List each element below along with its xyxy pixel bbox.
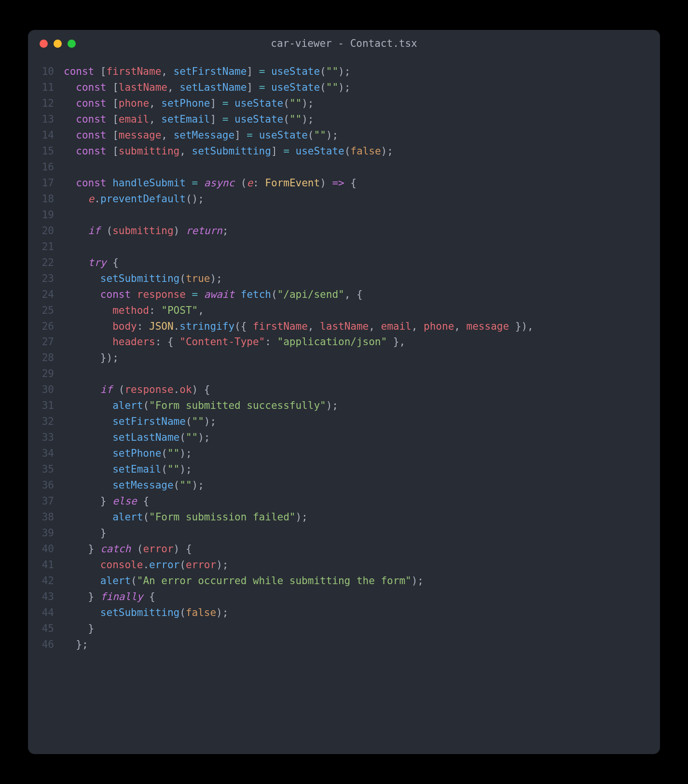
- code-content[interactable]: if (response.ok) {: [64, 382, 660, 398]
- code-content[interactable]: }: [64, 621, 660, 637]
- line-number: 15: [28, 143, 64, 159]
- line-number: 37: [28, 493, 64, 509]
- code-line[interactable]: 29: [28, 366, 660, 382]
- code-line[interactable]: 34 setPhone("");: [28, 446, 660, 462]
- code-line[interactable]: 24 const response = await fetch("/api/se…: [28, 287, 660, 303]
- code-content[interactable]: const [phone, setPhone] = useState("");: [64, 96, 660, 112]
- code-content[interactable]: setMessage("");: [64, 477, 660, 493]
- code-content[interactable]: [64, 366, 660, 382]
- line-number: 35: [28, 462, 64, 477]
- code-content[interactable]: alert("Form submitted successfully");: [64, 398, 660, 414]
- zoom-icon[interactable]: [68, 40, 76, 48]
- line-number: 39: [28, 525, 64, 541]
- close-icon[interactable]: [40, 40, 48, 48]
- code-line[interactable]: 16: [28, 159, 660, 175]
- line-number: 12: [28, 96, 64, 112]
- code-line[interactable]: 22 try {: [28, 255, 660, 271]
- code-content[interactable]: }: [64, 525, 660, 541]
- code-line[interactable]: 44 setSubmitting(false);: [28, 605, 660, 621]
- code-content[interactable]: try {: [64, 255, 660, 271]
- code-line[interactable]: 12 const [phone, setPhone] = useState(""…: [28, 96, 660, 112]
- line-number: 13: [28, 112, 64, 127]
- code-line[interactable]: 32 setFirstName("");: [28, 414, 660, 430]
- code-content[interactable]: const [submitting, setSubmitting] = useS…: [64, 143, 660, 159]
- line-number: 45: [28, 621, 64, 637]
- line-number: 26: [28, 319, 64, 335]
- minimize-icon[interactable]: [54, 40, 62, 48]
- editor-window: car-viewer - Contact.tsx 10const [firstN…: [28, 30, 660, 754]
- code-content[interactable]: const [firstName, setFirstName] = useSta…: [64, 64, 660, 80]
- code-content[interactable]: };: [64, 637, 660, 653]
- code-content[interactable]: console.error(error);: [64, 557, 660, 573]
- code-line[interactable]: 31 alert("Form submitted successfully");: [28, 398, 660, 414]
- code-line[interactable]: 17 const handleSubmit = async (e: FormEv…: [28, 175, 660, 191]
- code-content[interactable]: [64, 239, 660, 255]
- code-editor[interactable]: 10const [firstName, setFirstName] = useS…: [28, 57, 660, 754]
- code-content[interactable]: const response = await fetch("/api/send"…: [64, 287, 660, 303]
- code-line[interactable]: 21: [28, 239, 660, 255]
- code-line[interactable]: 19: [28, 207, 660, 223]
- code-line[interactable]: 43 } finally {: [28, 589, 660, 605]
- code-line[interactable]: 15 const [submitting, setSubmitting] = u…: [28, 143, 660, 159]
- code-content[interactable]: e.preventDefault();: [64, 191, 660, 207]
- code-line[interactable]: 20 if (submitting) return;: [28, 223, 660, 239]
- line-number: 27: [28, 334, 64, 350]
- code-content[interactable]: body: JSON.stringify({ firstName, lastNa…: [64, 319, 660, 335]
- code-content[interactable]: alert("Form submission failed");: [64, 509, 660, 525]
- code-line[interactable]: 26 body: JSON.stringify({ firstName, las…: [28, 319, 660, 335]
- line-number: 30: [28, 382, 64, 398]
- code-line[interactable]: 11 const [lastName, setLastName] = useSt…: [28, 80, 660, 96]
- code-content[interactable]: setFirstName("");: [64, 414, 660, 430]
- code-line[interactable]: 30 if (response.ok) {: [28, 382, 660, 398]
- code-line[interactable]: 10const [firstName, setFirstName] = useS…: [28, 64, 660, 80]
- code-content[interactable]: });: [64, 350, 660, 366]
- code-content[interactable]: } else {: [64, 493, 660, 509]
- code-line[interactable]: 36 setMessage("");: [28, 477, 660, 493]
- code-content[interactable]: setSubmitting(false);: [64, 605, 660, 621]
- code-line[interactable]: 40 } catch (error) {: [28, 541, 660, 557]
- titlebar: car-viewer - Contact.tsx: [28, 30, 660, 57]
- code-content[interactable]: headers: { "Content-Type": "application/…: [64, 334, 660, 350]
- code-line[interactable]: 25 method: "POST",: [28, 303, 660, 319]
- line-number: 34: [28, 446, 64, 462]
- code-content[interactable]: method: "POST",: [64, 303, 660, 319]
- line-number: 42: [28, 573, 64, 589]
- code-content[interactable]: [64, 159, 660, 175]
- code-line[interactable]: 27 headers: { "Content-Type": "applicati…: [28, 334, 660, 350]
- code-line[interactable]: 35 setEmail("");: [28, 462, 660, 477]
- code-content[interactable]: setPhone("");: [64, 446, 660, 462]
- line-number: 17: [28, 175, 64, 191]
- code-content[interactable]: const [email, setEmail] = useState("");: [64, 112, 660, 127]
- code-content[interactable]: [64, 207, 660, 223]
- line-number: 10: [28, 64, 64, 80]
- code-content[interactable]: setEmail("");: [64, 462, 660, 477]
- code-content[interactable]: const [lastName, setLastName] = useState…: [64, 80, 660, 96]
- code-content[interactable]: } finally {: [64, 589, 660, 605]
- code-content[interactable]: alert("An error occurred while submittin…: [64, 573, 660, 589]
- code-line[interactable]: 38 alert("Form submission failed");: [28, 509, 660, 525]
- code-line[interactable]: 23 setSubmitting(true);: [28, 271, 660, 287]
- code-line[interactable]: 37 } else {: [28, 493, 660, 509]
- code-content[interactable]: const handleSubmit = async (e: FormEvent…: [64, 175, 660, 191]
- code-line[interactable]: 41 console.error(error);: [28, 557, 660, 573]
- line-number: 18: [28, 191, 64, 207]
- code-line[interactable]: 28 });: [28, 350, 660, 366]
- line-number: 28: [28, 350, 64, 366]
- line-number: 25: [28, 303, 64, 319]
- code-line[interactable]: 46 };: [28, 637, 660, 653]
- line-number: 40: [28, 541, 64, 557]
- code-line[interactable]: 42 alert("An error occurred while submit…: [28, 573, 660, 589]
- code-line[interactable]: 18 e.preventDefault();: [28, 191, 660, 207]
- line-number: 19: [28, 207, 64, 223]
- code-content[interactable]: setLastName("");: [64, 430, 660, 446]
- code-line[interactable]: 13 const [email, setEmail] = useState(""…: [28, 112, 660, 127]
- code-content[interactable]: } catch (error) {: [64, 541, 660, 557]
- code-content[interactable]: setSubmitting(true);: [64, 271, 660, 287]
- code-line[interactable]: 33 setLastName("");: [28, 430, 660, 446]
- code-line[interactable]: 14 const [message, setMessage] = useStat…: [28, 127, 660, 143]
- code-line[interactable]: 45 }: [28, 621, 660, 637]
- line-number: 33: [28, 430, 64, 446]
- code-line[interactable]: 39 }: [28, 525, 660, 541]
- code-content[interactable]: const [message, setMessage] = useState("…: [64, 127, 660, 143]
- code-content[interactable]: if (submitting) return;: [64, 223, 660, 239]
